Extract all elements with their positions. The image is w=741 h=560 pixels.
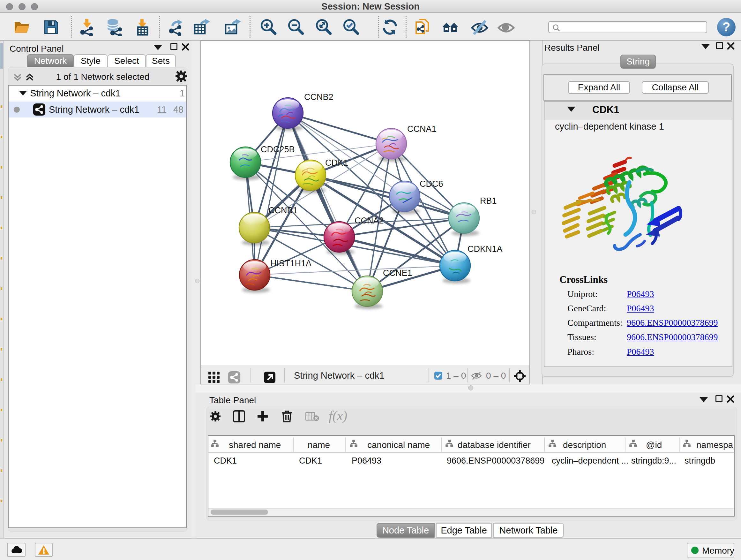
svg-text:RB1: RB1 xyxy=(480,196,497,206)
svg-text:CDC6: CDC6 xyxy=(420,179,443,189)
svg-text:CDC25B: CDC25B xyxy=(261,145,295,154)
svg-text:HIST1H1A: HIST1H1A xyxy=(270,259,312,268)
svg-text:CDKN1A: CDKN1A xyxy=(468,244,502,254)
svg-text:CCNA2: CCNA2 xyxy=(354,216,384,226)
svg-text:CCNB2: CCNB2 xyxy=(304,92,333,102)
svg-text:CDK1: CDK1 xyxy=(325,158,348,168)
svg-text:CCNE1: CCNE1 xyxy=(383,268,412,278)
svg-text:CCNB1: CCNB1 xyxy=(268,206,298,215)
svg-text:CCNA1: CCNA1 xyxy=(407,124,436,134)
